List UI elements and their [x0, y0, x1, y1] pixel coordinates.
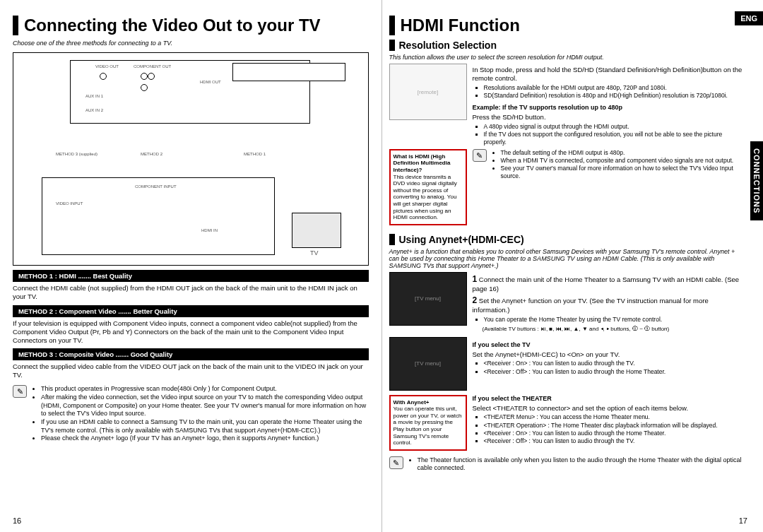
- note-item: This product operates in Progressive sca…: [41, 385, 369, 394]
- list-item: <THEATER Menu> : You can access the Home…: [484, 413, 745, 421]
- section-tab: CONNECTIONS: [750, 141, 763, 220]
- anynet-step1: Connect the main unit of the Home Theate…: [473, 276, 740, 292]
- anynet-intro: Anynet+ is a function that enables you t…: [389, 248, 745, 269]
- note-item: When a HDMI TV is connected, composite a…: [501, 157, 745, 165]
- method1-heading: METHOD 1 : HDMI ....... Best Quality: [13, 270, 369, 282]
- step-number: 1: [473, 274, 478, 284]
- hdmi-box-body: This device transmits a DVD video signal…: [394, 174, 457, 221]
- method3-tag: METHOD 3 (supplied): [56, 152, 97, 156]
- list-item: <Receiver : On> : You can listen to audi…: [484, 430, 745, 437]
- list-item: SD(Standard Definition) resolution is 48…: [484, 92, 745, 100]
- note-item: The Theater function is available only w…: [418, 456, 745, 473]
- note-item: If you use an HDMI cable to connect a Sa…: [41, 418, 369, 435]
- list-item: If the TV does not support the configure…: [484, 131, 745, 146]
- tv-label: TV: [310, 249, 319, 256]
- note-item: Please check the Anynet+ logo (If your T…: [41, 435, 369, 443]
- note-icon: ✎: [473, 149, 487, 162]
- example-line: Example: If the TV supports resolution u…: [473, 104, 745, 111]
- hdmiout-label: HDMI OUT: [200, 80, 221, 84]
- with-anynet-body: You can operate this unit, power on your…: [394, 406, 462, 446]
- list-item: A 480p video signal is output through th…: [484, 123, 745, 131]
- note-item: The default setting of the HDMI output i…: [501, 149, 745, 157]
- with-anynet-box: With Anynet+ You can operate this unit, …: [389, 395, 467, 451]
- connection-diagram: TV METHOD 3 (supplied) METHOD 2 METHOD 1…: [13, 52, 369, 266]
- if-tv-body: Set the Anynet+(HDMI-CEC) to <On> on you…: [473, 350, 745, 359]
- left-notes: ✎ This product operates in Progressive s…: [13, 385, 369, 443]
- page-left: Connecting the Video Out to your TV Choo…: [0, 0, 382, 532]
- hdmi-box-title: What is HDMI (High Definition Multimedia…: [394, 153, 451, 173]
- intro-text: Choose one of the three methods for conn…: [13, 40, 369, 47]
- tv-menu-screenshot: [TV menu]: [389, 337, 467, 391]
- page-right: ENG CONNECTIONS HDMI Function Resolution…: [382, 0, 764, 532]
- language-tab: ENG: [735, 11, 763, 25]
- videoout-label: VIDEO OUT: [95, 64, 119, 69]
- press-sdhd: Press the SD/HD button.: [473, 113, 745, 122]
- step-number: 2: [473, 295, 478, 305]
- method2-tag: METHOD 2: [141, 152, 162, 156]
- tv-menu-screenshot: [TV menu]: [389, 272, 467, 326]
- anynet-heading: Using Anynet+(HDMI-CEC): [389, 234, 745, 245]
- list-item: You can operate the Home Theater by usin…: [484, 316, 745, 324]
- page-title: HDMI Function: [389, 16, 745, 35]
- with-anynet-title: With Anynet+: [394, 399, 430, 406]
- available-buttons: (Available TV buttons : ⏯, ■, ⏮, ⏭, ▲, ▼…: [483, 326, 745, 333]
- resolution-step: In Stop mode, press and hold the SD/HD (…: [473, 66, 745, 83]
- list-item: <Receiver : Off> : You can listen to aud…: [484, 368, 745, 376]
- list-item: <Receiver : On> : You can listen to audi…: [484, 360, 745, 367]
- videoin-label: VIDEO INPUT: [56, 201, 83, 206]
- anynet-step2: Set the Anynet+ function on your TV. (Se…: [473, 297, 709, 314]
- method1-body: Connect the HDMI cable (not supplied) fr…: [13, 284, 369, 301]
- compin-label: COMPONENT INPUT: [135, 184, 177, 189]
- what-is-hdmi-box: What is HDMI (High Definition Multimedia…: [389, 149, 467, 225]
- final-note-row: ✎ The Theater function is available only…: [389, 456, 745, 473]
- hdmiin-label: HDMI IN: [201, 228, 218, 232]
- page-number: 17: [739, 516, 747, 525]
- list-item: <THEATER Operation> : The Home Theater d…: [484, 422, 745, 430]
- remote-diagram: [remote]: [389, 64, 467, 120]
- aux1-label: AUX IN 1: [85, 94, 103, 98]
- list-item: <Receiver : Off> : You can listen to aud…: [484, 437, 745, 445]
- componentout-label: COMPONENT OUT: [134, 64, 171, 69]
- method2-body: If your television is equipped with Comp…: [13, 319, 369, 345]
- note-icon: ✎: [13, 385, 27, 398]
- method1-tag: METHOD 1: [244, 152, 266, 156]
- method3-body: Connect the supplied video cable from th…: [13, 362, 369, 379]
- note-item: After making the video connection, set t…: [41, 394, 369, 418]
- if-theater-body: Select <THEATER to connector> and set th…: [473, 404, 745, 413]
- list-item: Resolutions available for the HDMI outpu…: [484, 84, 745, 92]
- page-title: Connecting the Video Out to your TV: [13, 16, 369, 35]
- note-item: See your TV owner's manual for more info…: [501, 165, 745, 180]
- if-tv-heading: If you select the TV: [473, 341, 745, 348]
- method3-heading: METHOD 3 : Composite Video ....... Good …: [13, 348, 369, 360]
- note-icon: ✎: [389, 456, 403, 469]
- aux2-label: AUX IN 2: [85, 108, 103, 112]
- method2-heading: METHOD 2 : Component Video ....... Bette…: [13, 305, 369, 317]
- resolution-intro: This function allows the user to select …: [389, 54, 745, 61]
- page-number: 16: [13, 516, 21, 525]
- resolution-heading: Resolution Selection: [389, 40, 745, 51]
- if-theater-heading: If you select the THEATER: [473, 395, 745, 402]
